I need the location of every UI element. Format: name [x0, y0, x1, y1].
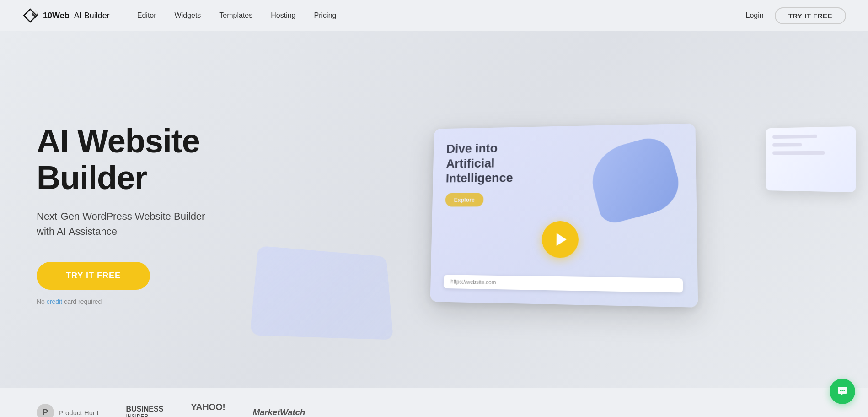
floating-card-bar1: [772, 135, 817, 139]
brand-yahoo: YAHOO!FINANCE: [191, 402, 225, 417]
hero-section: AI Website Builder Next-Gen WordPress We…: [0, 31, 868, 388]
floating-card-bar2: [772, 143, 802, 146]
logo-text: 10Web: [43, 11, 70, 21]
logo-icon: [22, 7, 38, 24]
brand-product-hunt: P Product Hunt: [37, 404, 99, 417]
brands-bar: P Product Hunt BUSINESSINSIDER YAHOO!FIN…: [0, 388, 868, 417]
brand-marketwatch: MarketWatch: [253, 407, 305, 417]
login-link[interactable]: Login: [746, 11, 764, 20]
floating-card: [766, 126, 856, 192]
logo-suffix: AI Builder: [74, 11, 110, 21]
no-credit-text: No credit card required: [37, 298, 274, 305]
video-card: Dive into Artificial Intelligence Explor…: [430, 124, 698, 308]
play-button[interactable]: [542, 221, 579, 258]
yahoo-label: YAHOO!FINANCE: [191, 402, 225, 417]
navbar: 10Web AI Builder Editor Widgets Template…: [0, 0, 868, 31]
logo[interactable]: 10Web AI Builder: [22, 7, 110, 24]
chat-bubble-button[interactable]: [830, 379, 855, 404]
product-hunt-icon: P: [37, 404, 54, 417]
try-free-nav-button[interactable]: TRY IT FREE: [775, 7, 846, 24]
hero-subtitle-line2: with AI Assistance: [37, 226, 117, 237]
nav-right: Login TRY IT FREE: [746, 7, 847, 24]
nav-hosting[interactable]: Hosting: [271, 11, 295, 20]
nav-links: Editor Widgets Templates Hosting Pricing: [137, 11, 746, 20]
hero-right: Dive into Artificial Intelligence Explor…: [274, 100, 846, 329]
hero-title: AI Website Builder: [37, 123, 274, 195]
marketwatch-label: MarketWatch: [253, 407, 305, 417]
chat-icon: [836, 385, 849, 398]
floating-card-bar3: [772, 151, 825, 155]
product-hunt-label: Product Hunt: [59, 409, 99, 417]
nav-widgets[interactable]: Widgets: [175, 11, 201, 20]
floating-card-inner: [766, 126, 856, 162]
nav-pricing[interactable]: Pricing: [314, 11, 337, 20]
no-credit-highlight: credit: [47, 298, 62, 305]
svg-point-3: [842, 390, 843, 391]
hero-subtitle: Next-Gen WordPress Website Builder with …: [37, 209, 274, 239]
hero-subtitle-line1: Next-Gen WordPress Website Builder: [37, 211, 205, 222]
brand-business-insider: BUSINESSINSIDER: [126, 405, 164, 417]
hero-left: AI Website Builder Next-Gen WordPress We…: [37, 123, 274, 305]
svg-point-4: [844, 390, 845, 391]
business-insider-label: BUSINESSINSIDER: [126, 405, 164, 417]
nav-editor[interactable]: Editor: [137, 11, 156, 20]
try-free-hero-button[interactable]: TRY IT FREE: [37, 262, 150, 290]
svg-point-2: [840, 390, 841, 391]
play-triangle-icon: [556, 233, 566, 246]
nav-templates[interactable]: Templates: [219, 11, 252, 20]
